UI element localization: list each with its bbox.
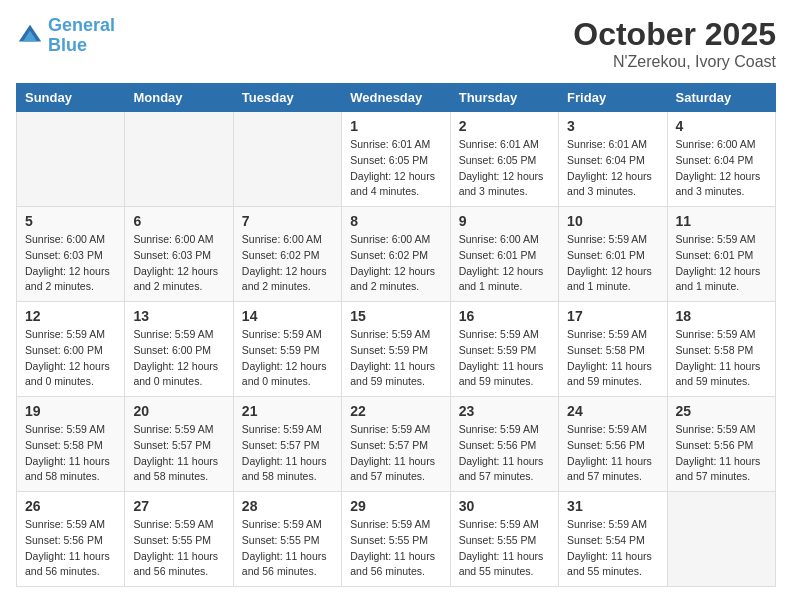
day-number: 17 (567, 308, 658, 324)
day-info: Sunrise: 5:59 AM Sunset: 5:59 PM Dayligh… (350, 327, 441, 390)
day-number: 24 (567, 403, 658, 419)
calendar-cell: 3Sunrise: 6:01 AM Sunset: 6:04 PM Daylig… (559, 112, 667, 207)
day-info: Sunrise: 6:01 AM Sunset: 6:05 PM Dayligh… (350, 137, 441, 200)
location-subtitle: N'Zerekou, Ivory Coast (573, 53, 776, 71)
day-info: Sunrise: 5:59 AM Sunset: 6:01 PM Dayligh… (567, 232, 658, 295)
day-number: 4 (676, 118, 767, 134)
day-number: 1 (350, 118, 441, 134)
calendar-cell: 29Sunrise: 5:59 AM Sunset: 5:55 PM Dayli… (342, 492, 450, 587)
day-number: 25 (676, 403, 767, 419)
day-number: 22 (350, 403, 441, 419)
day-info: Sunrise: 5:59 AM Sunset: 5:56 PM Dayligh… (459, 422, 550, 485)
calendar-cell: 23Sunrise: 5:59 AM Sunset: 5:56 PM Dayli… (450, 397, 558, 492)
calendar-cell: 2Sunrise: 6:01 AM Sunset: 6:05 PM Daylig… (450, 112, 558, 207)
calendar-cell (125, 112, 233, 207)
calendar-cell: 1Sunrise: 6:01 AM Sunset: 6:05 PM Daylig… (342, 112, 450, 207)
calendar-cell: 17Sunrise: 5:59 AM Sunset: 5:58 PM Dayli… (559, 302, 667, 397)
day-number: 29 (350, 498, 441, 514)
calendar-cell: 4Sunrise: 6:00 AM Sunset: 6:04 PM Daylig… (667, 112, 775, 207)
weekday-header-tuesday: Tuesday (233, 84, 341, 112)
day-number: 21 (242, 403, 333, 419)
month-title: October 2025 (573, 16, 776, 53)
day-number: 23 (459, 403, 550, 419)
day-info: Sunrise: 5:59 AM Sunset: 5:58 PM Dayligh… (567, 327, 658, 390)
weekday-header-sunday: Sunday (17, 84, 125, 112)
day-number: 31 (567, 498, 658, 514)
weekday-header-friday: Friday (559, 84, 667, 112)
day-number: 13 (133, 308, 224, 324)
day-info: Sunrise: 6:00 AM Sunset: 6:04 PM Dayligh… (676, 137, 767, 200)
calendar-cell: 24Sunrise: 5:59 AM Sunset: 5:56 PM Dayli… (559, 397, 667, 492)
weekday-header-saturday: Saturday (667, 84, 775, 112)
weekday-header-wednesday: Wednesday (342, 84, 450, 112)
day-info: Sunrise: 5:59 AM Sunset: 6:01 PM Dayligh… (676, 232, 767, 295)
calendar-cell: 7Sunrise: 6:00 AM Sunset: 6:02 PM Daylig… (233, 207, 341, 302)
day-info: Sunrise: 5:59 AM Sunset: 5:56 PM Dayligh… (25, 517, 116, 580)
day-number: 5 (25, 213, 116, 229)
calendar-cell: 15Sunrise: 5:59 AM Sunset: 5:59 PM Dayli… (342, 302, 450, 397)
calendar-cell: 20Sunrise: 5:59 AM Sunset: 5:57 PM Dayli… (125, 397, 233, 492)
calendar-table: SundayMondayTuesdayWednesdayThursdayFrid… (16, 83, 776, 587)
day-info: Sunrise: 5:59 AM Sunset: 5:54 PM Dayligh… (567, 517, 658, 580)
calendar-cell (233, 112, 341, 207)
day-info: Sunrise: 5:59 AM Sunset: 6:00 PM Dayligh… (25, 327, 116, 390)
day-number: 8 (350, 213, 441, 229)
logo-icon (16, 22, 44, 50)
calendar-cell: 21Sunrise: 5:59 AM Sunset: 5:57 PM Dayli… (233, 397, 341, 492)
day-info: Sunrise: 6:00 AM Sunset: 6:03 PM Dayligh… (133, 232, 224, 295)
calendar-cell: 31Sunrise: 5:59 AM Sunset: 5:54 PM Dayli… (559, 492, 667, 587)
calendar-cell: 10Sunrise: 5:59 AM Sunset: 6:01 PM Dayli… (559, 207, 667, 302)
day-number: 2 (459, 118, 550, 134)
title-block: October 2025 N'Zerekou, Ivory Coast (573, 16, 776, 71)
day-info: Sunrise: 6:00 AM Sunset: 6:01 PM Dayligh… (459, 232, 550, 295)
day-number: 19 (25, 403, 116, 419)
week-row-3: 12Sunrise: 5:59 AM Sunset: 6:00 PM Dayli… (17, 302, 776, 397)
day-info: Sunrise: 5:59 AM Sunset: 5:55 PM Dayligh… (242, 517, 333, 580)
day-info: Sunrise: 5:59 AM Sunset: 5:58 PM Dayligh… (676, 327, 767, 390)
calendar-cell: 6Sunrise: 6:00 AM Sunset: 6:03 PM Daylig… (125, 207, 233, 302)
day-number: 11 (676, 213, 767, 229)
day-info: Sunrise: 5:59 AM Sunset: 5:59 PM Dayligh… (459, 327, 550, 390)
calendar-cell: 11Sunrise: 5:59 AM Sunset: 6:01 PM Dayli… (667, 207, 775, 302)
day-info: Sunrise: 6:01 AM Sunset: 6:04 PM Dayligh… (567, 137, 658, 200)
day-info: Sunrise: 6:00 AM Sunset: 6:02 PM Dayligh… (350, 232, 441, 295)
logo-line1: General (48, 15, 115, 35)
calendar-cell: 27Sunrise: 5:59 AM Sunset: 5:55 PM Dayli… (125, 492, 233, 587)
weekday-header-monday: Monday (125, 84, 233, 112)
day-info: Sunrise: 6:00 AM Sunset: 6:03 PM Dayligh… (25, 232, 116, 295)
calendar-cell: 28Sunrise: 5:59 AM Sunset: 5:55 PM Dayli… (233, 492, 341, 587)
logo-line2: Blue (48, 35, 87, 55)
week-row-1: 1Sunrise: 6:01 AM Sunset: 6:05 PM Daylig… (17, 112, 776, 207)
calendar-cell: 13Sunrise: 5:59 AM Sunset: 6:00 PM Dayli… (125, 302, 233, 397)
day-number: 16 (459, 308, 550, 324)
day-number: 28 (242, 498, 333, 514)
page-header: General Blue October 2025 N'Zerekou, Ivo… (16, 16, 776, 71)
calendar-cell: 5Sunrise: 6:00 AM Sunset: 6:03 PM Daylig… (17, 207, 125, 302)
day-info: Sunrise: 5:59 AM Sunset: 5:57 PM Dayligh… (133, 422, 224, 485)
weekday-header-thursday: Thursday (450, 84, 558, 112)
weekday-header-row: SundayMondayTuesdayWednesdayThursdayFrid… (17, 84, 776, 112)
day-number: 12 (25, 308, 116, 324)
day-number: 14 (242, 308, 333, 324)
day-info: Sunrise: 5:59 AM Sunset: 5:57 PM Dayligh… (350, 422, 441, 485)
calendar-cell: 25Sunrise: 5:59 AM Sunset: 5:56 PM Dayli… (667, 397, 775, 492)
day-info: Sunrise: 5:59 AM Sunset: 5:55 PM Dayligh… (459, 517, 550, 580)
week-row-5: 26Sunrise: 5:59 AM Sunset: 5:56 PM Dayli… (17, 492, 776, 587)
logo-text: General Blue (48, 16, 115, 56)
day-number: 30 (459, 498, 550, 514)
day-number: 26 (25, 498, 116, 514)
calendar-cell: 12Sunrise: 5:59 AM Sunset: 6:00 PM Dayli… (17, 302, 125, 397)
calendar-cell (17, 112, 125, 207)
calendar-cell: 16Sunrise: 5:59 AM Sunset: 5:59 PM Dayli… (450, 302, 558, 397)
day-number: 10 (567, 213, 658, 229)
day-number: 7 (242, 213, 333, 229)
day-info: Sunrise: 5:59 AM Sunset: 5:58 PM Dayligh… (25, 422, 116, 485)
week-row-2: 5Sunrise: 6:00 AM Sunset: 6:03 PM Daylig… (17, 207, 776, 302)
calendar-cell: 26Sunrise: 5:59 AM Sunset: 5:56 PM Dayli… (17, 492, 125, 587)
day-number: 9 (459, 213, 550, 229)
calendar-cell: 22Sunrise: 5:59 AM Sunset: 5:57 PM Dayli… (342, 397, 450, 492)
day-info: Sunrise: 5:59 AM Sunset: 5:55 PM Dayligh… (350, 517, 441, 580)
day-number: 27 (133, 498, 224, 514)
day-info: Sunrise: 5:59 AM Sunset: 5:59 PM Dayligh… (242, 327, 333, 390)
day-info: Sunrise: 5:59 AM Sunset: 5:56 PM Dayligh… (567, 422, 658, 485)
